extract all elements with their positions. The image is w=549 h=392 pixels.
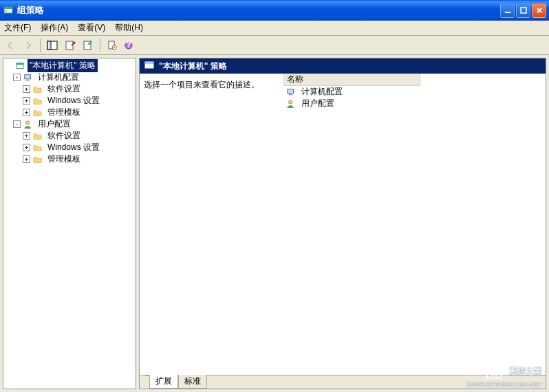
user-icon (23, 119, 34, 130)
list-column: 名称 计算机配置 用户配置 (283, 74, 546, 375)
computer-icon (23, 72, 34, 83)
minimize-button[interactable] (500, 3, 515, 18)
list-item-label: 计算机配置 (301, 86, 343, 98)
expand-button[interactable]: + (23, 97, 30, 105)
toolbar-separator (40, 39, 41, 52)
properties-button[interactable] (63, 38, 78, 53)
watermark-text: 系统之家 (509, 366, 542, 378)
content-header: "本地计算机" 策略 (140, 58, 546, 74)
svg-rect-15 (17, 63, 24, 65)
expand-button[interactable]: + (23, 155, 30, 163)
collapse-button[interactable]: - (13, 74, 21, 81)
svg-point-2 (6, 10, 7, 12)
menu-view[interactable]: 查看(V) (78, 22, 105, 34)
menu-file[interactable]: 文件(F) (4, 22, 31, 34)
user-icon (286, 98, 297, 109)
menu-action[interactable]: 操作(A) (41, 22, 68, 34)
list-item-label: 用户配置 (301, 98, 334, 109)
svg-point-8 (74, 41, 76, 43)
window-controls (500, 3, 546, 18)
tree-label: 管理模板 (45, 153, 83, 166)
folder-icon (32, 154, 43, 165)
svg-rect-3 (505, 12, 510, 13)
export-button[interactable] (80, 38, 96, 53)
svg-rect-22 (289, 94, 292, 95)
svg-rect-6 (47, 41, 51, 50)
svg-rect-17 (26, 79, 30, 80)
window-title: 组策略 (17, 4, 500, 17)
main-area: "本地计算机" 策略 - 计算机配置 + 软件设置 + Windows 设置 +… (0, 55, 549, 392)
forward-button (21, 38, 36, 53)
svg-rect-4 (521, 8, 526, 13)
svg-rect-16 (25, 74, 31, 78)
expand-button[interactable]: + (23, 85, 30, 93)
expander-none (5, 62, 12, 69)
filter-button[interactable] (105, 38, 120, 53)
tree-root[interactable]: "本地计算机" 策略 (3, 60, 136, 72)
watermark: 系统之家 (486, 363, 542, 380)
folder-icon (32, 131, 43, 142)
list-item[interactable]: 计算机配置 (283, 86, 546, 98)
description-column: 选择一个项目来查看它的描述。 (140, 74, 283, 375)
folder-icon (32, 142, 43, 153)
toolbar: ? (0, 36, 549, 55)
help-button[interactable]: ? (122, 38, 138, 53)
watermark-url: WWW.XITONGZHIJIA.NET (466, 381, 542, 388)
description-text: 选择一个项目来查看它的描述。 (144, 80, 259, 89)
tree-user-config[interactable]: - 用户配置 (3, 118, 136, 130)
tree-admin-templates[interactable]: + 管理模板 (3, 153, 136, 165)
app-icon (3, 5, 14, 16)
svg-point-18 (26, 120, 30, 124)
expand-button[interactable]: + (23, 109, 30, 116)
folder-icon (32, 107, 43, 118)
content-body: 选择一个项目来查看它的描述。 名称 计算机配置 用户配置 (140, 74, 546, 375)
column-header-name[interactable]: 名称 (283, 74, 420, 86)
titlebar: 组策略 (0, 0, 549, 21)
content-pane: "本地计算机" 策略 选择一个项目来查看它的描述。 名称 计算机配置 用户配置 (139, 58, 546, 389)
policy-icon (14, 61, 25, 72)
expand-button[interactable]: + (23, 144, 30, 151)
toolbar-separator (100, 39, 100, 52)
tree-software-settings[interactable]: + 软件设置 (3, 83, 136, 95)
tree-admin-templates[interactable]: + 管理模板 (3, 107, 136, 118)
back-button (3, 38, 18, 53)
tree-computer-config[interactable]: - 计算机配置 (3, 72, 136, 83)
svg-rect-21 (288, 89, 294, 93)
close-button[interactable] (532, 3, 546, 18)
collapse-button[interactable]: - (13, 120, 21, 128)
svg-point-23 (289, 100, 292, 103)
list-item[interactable]: 用户配置 (283, 98, 546, 109)
toggle-tree-button[interactable] (45, 38, 60, 53)
menubar: 文件(F) 操作(A) 查看(V) 帮助(H) (0, 21, 549, 36)
tab-standard[interactable]: 标准 (178, 375, 207, 389)
svg-rect-1 (4, 7, 12, 9)
svg-text:?: ? (126, 40, 131, 50)
policy-icon (144, 60, 155, 73)
svg-rect-20 (145, 62, 153, 64)
computer-icon (286, 87, 297, 98)
maximize-button[interactable] (516, 3, 530, 18)
tree-windows-settings[interactable]: + Windows 设置 (3, 95, 136, 107)
tab-extended[interactable]: 扩展 (149, 375, 178, 389)
expand-button[interactable]: + (23, 132, 30, 140)
tree-software-settings[interactable]: + 软件设置 (3, 130, 136, 142)
tree-pane[interactable]: "本地计算机" 策略 - 计算机配置 + 软件设置 + Windows 设置 +… (3, 58, 136, 389)
folder-icon (32, 84, 43, 95)
content-title: "本地计算机" 策略 (159, 61, 227, 72)
menu-help[interactable]: 帮助(H) (115, 22, 143, 34)
folder-icon (32, 96, 43, 107)
tree-windows-settings[interactable]: + Windows 设置 (3, 142, 136, 153)
